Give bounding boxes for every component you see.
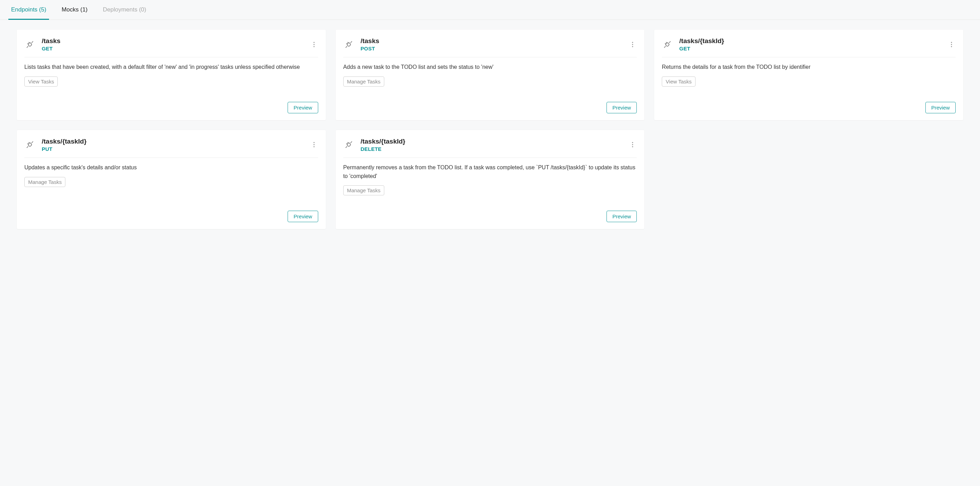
svg-point-2 [313,44,314,45]
plug-icon [24,39,35,50]
endpoint-card-head: /tasks GET [24,37,318,57]
tab-deployments[interactable]: Deployments (0) [100,0,149,20]
plug-icon [343,139,354,150]
svg-rect-0 [28,42,32,46]
endpoint-head-text: /tasks/{taskId} GET [679,37,941,51]
endpoint-path: /tasks/{taskId} [42,138,304,145]
tab-endpoints[interactable]: Endpoints (5) [8,0,49,20]
plug-icon [343,39,354,50]
svg-point-15 [313,146,314,148]
endpoint-card-head: /tasks/{taskId} GET [662,37,956,57]
preview-button[interactable]: Preview [606,102,637,113]
tab-mocks[interactable]: Mocks (1) [59,0,91,20]
endpoint-path: /tasks [361,37,622,45]
endpoint-head-text: /tasks/{taskId} PUT [42,138,304,152]
endpoint-tag[interactable]: Manage Tasks [24,177,65,187]
more-menu-icon[interactable] [310,140,318,149]
endpoint-card: /tasks/{taskId} DELETE Permanently remov… [336,130,645,229]
endpoint-method: GET [42,46,304,51]
endpoint-head-text: /tasks/{taskId} DELETE [361,138,622,152]
svg-point-7 [632,46,633,47]
endpoint-path: /tasks [42,37,304,45]
svg-rect-8 [665,42,670,46]
endpoint-card: /tasks/{taskId} GET Returns the details … [654,30,963,120]
svg-point-11 [951,46,952,47]
endpoint-tag[interactable]: View Tasks [24,76,58,87]
endpoint-method: PUT [42,146,304,152]
endpoint-card-head: /tasks/{taskId} DELETE [343,138,637,158]
endpoint-path: /tasks/{taskId} [361,138,622,145]
endpoint-tags: Manage Tasks [343,185,637,195]
more-menu-icon[interactable] [628,40,637,49]
endpoint-tags: Manage Tasks [343,76,637,87]
endpoint-description: Adds a new task to the TODO list and set… [343,63,637,71]
preview-button[interactable]: Preview [288,102,318,113]
endpoint-card: /tasks POST Adds a new task to the TODO … [336,30,645,120]
svg-point-10 [951,44,952,45]
endpoint-head-text: /tasks POST [361,37,622,51]
plug-icon [24,139,35,150]
plug-icon [662,39,673,50]
more-menu-icon[interactable] [628,140,637,149]
svg-point-18 [632,144,633,145]
tabs-bar: Endpoints (5) Mocks (1) Deployments (0) [0,0,980,20]
endpoint-description: Lists tasks that have been created, with… [24,63,318,71]
endpoint-card-foot: Preview [24,200,318,222]
endpoint-tags: Manage Tasks [24,177,318,187]
endpoint-tag[interactable]: Manage Tasks [343,185,384,195]
endpoint-method: GET [679,46,941,51]
endpoint-card: /tasks/{taskId} PUT Updates a specific t… [17,130,326,229]
endpoint-description: Updates a specific task's details and/or… [24,164,318,172]
svg-point-1 [313,42,314,43]
more-menu-icon[interactable] [310,40,318,49]
svg-point-19 [632,146,633,148]
svg-point-13 [313,142,314,143]
endpoint-card-foot: Preview [343,200,637,222]
endpoint-description: Returns the details for a task from the … [662,63,956,71]
preview-button[interactable]: Preview [288,211,318,222]
endpoint-grid: /tasks GET Lists tasks that have been cr… [0,20,980,243]
endpoint-card-foot: Preview [24,91,318,113]
endpoint-tags: View Tasks [662,76,956,87]
endpoint-path: /tasks/{taskId} [679,37,941,45]
endpoint-description: Permanently removes a task from the TODO… [343,164,637,181]
endpoint-card-head: /tasks POST [343,37,637,57]
svg-point-17 [632,142,633,143]
endpoint-tag[interactable]: View Tasks [662,76,695,87]
endpoint-method: DELETE [361,146,622,152]
endpoint-card: /tasks GET Lists tasks that have been cr… [17,30,326,120]
svg-rect-16 [347,143,351,147]
endpoint-tags: View Tasks [24,76,318,87]
more-menu-icon[interactable] [947,40,956,49]
endpoint-card-foot: Preview [662,91,956,113]
svg-point-6 [632,44,633,45]
svg-rect-4 [347,42,351,46]
preview-button[interactable]: Preview [606,211,637,222]
page-root: Endpoints (5) Mocks (1) Deployments (0) … [0,0,980,243]
svg-point-5 [632,42,633,43]
preview-button[interactable]: Preview [925,102,956,113]
svg-rect-12 [28,143,32,147]
svg-point-3 [313,46,314,47]
svg-point-14 [313,144,314,145]
svg-point-9 [951,42,952,43]
endpoint-card-head: /tasks/{taskId} PUT [24,138,318,158]
endpoint-method: POST [361,46,622,51]
endpoint-tag[interactable]: Manage Tasks [343,76,384,87]
endpoint-head-text: /tasks GET [42,37,304,51]
endpoint-card-foot: Preview [343,91,637,113]
